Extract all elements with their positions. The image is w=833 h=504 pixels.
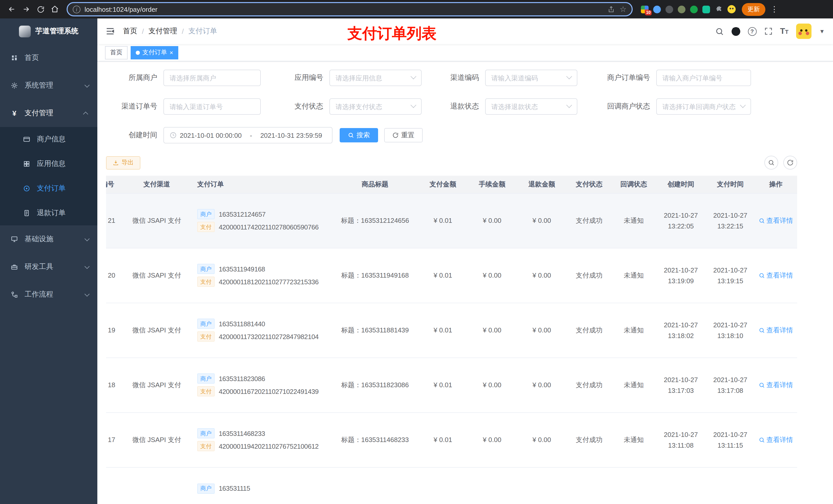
star-icon[interactable]: ☆ <box>620 5 626 14</box>
view-detail-link[interactable]: 查看详情 <box>759 326 793 335</box>
sidebar-item-devtools[interactable]: 研发工具 <box>0 253 97 281</box>
chevron-down-icon <box>566 102 572 108</box>
pay-channel: 微信 JSAPI 支付 <box>121 303 192 358</box>
app-logo[interactable]: 芋道管理系统 <box>0 19 97 44</box>
table-row-partial: 商户 163531115 <box>106 467 797 504</box>
page-content: 所属商户 应用编号 渠道编码 <box>97 62 833 504</box>
sidebar-item-refund-order[interactable]: 退款订单 <box>0 201 97 225</box>
user-avatar[interactable] <box>796 24 811 39</box>
channel-code-input[interactable] <box>491 74 564 82</box>
chevron-down-icon <box>740 102 746 108</box>
refresh-icon[interactable] <box>783 156 797 170</box>
url-text[interactable]: localhost:1024/pay/order <box>85 5 603 13</box>
view-detail-link[interactable]: 查看详情 <box>759 271 793 280</box>
view-detail-link[interactable]: 查看详情 <box>759 380 793 389</box>
filter-label-app: 应用编号 <box>277 73 323 82</box>
olive-extension-icon[interactable] <box>678 5 686 13</box>
pay-time: 2021-10-27 13:11:15 <box>706 412 755 467</box>
dark-extension-icon[interactable] <box>665 5 673 13</box>
fullscreen-icon[interactable] <box>764 27 772 35</box>
github-icon[interactable] <box>731 27 740 35</box>
view-detail-link[interactable]: 查看详情 <box>759 216 793 225</box>
notify-status-input[interactable] <box>662 103 738 111</box>
pay-order-no: 4200001173202110272847982104 <box>219 333 319 340</box>
pay-status-input[interactable] <box>336 103 408 111</box>
breadcrumb-home[interactable]: 首页 <box>123 27 137 36</box>
app-select-input[interactable] <box>336 74 408 82</box>
toggle-search-icon[interactable] <box>764 156 778 170</box>
sidebar-item-pay-order[interactable]: 支付订单 <box>0 176 97 201</box>
view-detail-label: 查看详情 <box>766 216 793 225</box>
green-check-extension-icon[interactable] <box>690 5 698 13</box>
view-detail-label: 查看详情 <box>766 435 793 444</box>
sidebar-item-app-info[interactable]: 应用信息 <box>0 152 97 176</box>
sidebar-item-merchant-info[interactable]: 商户信息 <box>0 127 97 152</box>
pay-status-select[interactable] <box>329 98 422 115</box>
channel-order-no-field[interactable] <box>163 98 261 115</box>
merchant-order-no: 1635312124657 <box>219 210 266 218</box>
blue-extension-icon[interactable] <box>653 5 661 13</box>
create-time: 2021-10-27 13:22:05 <box>656 193 706 248</box>
merchant-select[interactable] <box>163 70 261 86</box>
help-icon[interactable]: ? <box>748 27 756 35</box>
chevron-down-icon <box>85 236 90 241</box>
pay-amount: ¥ 0.01 <box>419 358 467 412</box>
kebab-menu-icon[interactable]: ⋮ <box>768 5 780 14</box>
info-icon[interactable]: i <box>73 5 80 13</box>
merchant-select-input[interactable] <box>170 74 255 82</box>
share-icon[interactable] <box>607 5 615 13</box>
date-end[interactable]: 2021-10-31 23:59:59 <box>260 131 322 139</box>
navbar-actions: ? TT ▼ <box>715 24 825 39</box>
sidebar-item-workflow[interactable]: 工作流程 <box>0 281 97 308</box>
channel-order-no-input[interactable] <box>170 103 255 111</box>
merchant-order-no-input[interactable] <box>662 74 745 82</box>
puzzle-icon[interactable] <box>715 5 723 13</box>
reload-icon[interactable] <box>34 3 47 16</box>
back-icon[interactable] <box>5 3 19 16</box>
home-icon[interactable] <box>48 3 62 16</box>
sidebar-item-home[interactable]: 首页 <box>0 44 97 72</box>
search-button[interactable]: 搜索 <box>340 128 378 142</box>
font-size-icon[interactable]: TT <box>780 27 788 36</box>
extension-grid-icon[interactable]: 10 <box>641 5 648 13</box>
sidebar-item-label: 研发工具 <box>25 262 53 271</box>
export-button[interactable]: 导出 <box>106 156 140 169</box>
refund-status-input[interactable] <box>491 103 564 111</box>
channel-code-select[interactable] <box>485 70 577 86</box>
tab-pay-order[interactable]: 支付订单 × <box>130 46 178 59</box>
table-header-row: 编号支付渠道支付订单商品标题支付金额手续金额退款金额支付状态回调状态创建时间支付… <box>106 176 797 193</box>
hamburger-icon[interactable] <box>105 27 115 36</box>
search-button-label: 搜索 <box>357 130 370 140</box>
sidebar-item-infrastructure[interactable]: 基础设施 <box>0 225 97 253</box>
merchant-tag: 商户 <box>197 318 215 329</box>
forward-icon[interactable] <box>20 3 33 16</box>
notify-status-select[interactable] <box>656 98 751 115</box>
create-time-range-picker[interactable]: 2021-10-01 00:00:00 - 2021-10-31 23:59:5… <box>163 127 332 143</box>
tab-home[interactable]: 首页 <box>105 46 127 59</box>
merchant-order-no: 163531115 <box>219 484 250 492</box>
pay-tag: 支付 <box>197 441 215 451</box>
refund-status-select[interactable] <box>485 98 577 115</box>
date-start[interactable]: 2021-10-01 00:00:00 <box>180 131 241 139</box>
order-id: 20 <box>106 248 121 303</box>
gear-icon <box>10 82 19 89</box>
green-square-extension-icon[interactable] <box>703 5 710 13</box>
browser-update-button[interactable]: 更新 <box>742 3 765 16</box>
refund-amount: ¥ 0.00 <box>517 303 567 358</box>
sidebar-item-system[interactable]: 系统管理 <box>0 72 97 99</box>
sidebar-item-payment[interactable]: ¥ 支付管理 <box>0 99 97 127</box>
view-detail-link[interactable]: 查看详情 <box>759 435 793 444</box>
sidebar-item-label: 首页 <box>25 53 39 63</box>
merchant-order-no-field[interactable] <box>656 70 751 86</box>
breadcrumb-pay-mgmt[interactable]: 支付管理 <box>148 27 177 36</box>
address-bar[interactable]: i localhost:1024/pay/order ☆ <box>67 2 633 16</box>
tab-close-icon[interactable]: × <box>170 49 173 55</box>
fee-amount: ¥ 0.00 <box>467 358 517 412</box>
reset-button[interactable]: 重置 <box>384 128 423 142</box>
view-detail-label: 查看详情 <box>766 271 793 280</box>
pay-channel: 微信 JSAPI 支付 <box>121 193 192 248</box>
emoji-extension-icon[interactable] <box>728 5 736 13</box>
caret-down-icon[interactable]: ▼ <box>819 28 825 34</box>
search-icon[interactable] <box>715 27 723 35</box>
app-select[interactable] <box>329 70 422 86</box>
